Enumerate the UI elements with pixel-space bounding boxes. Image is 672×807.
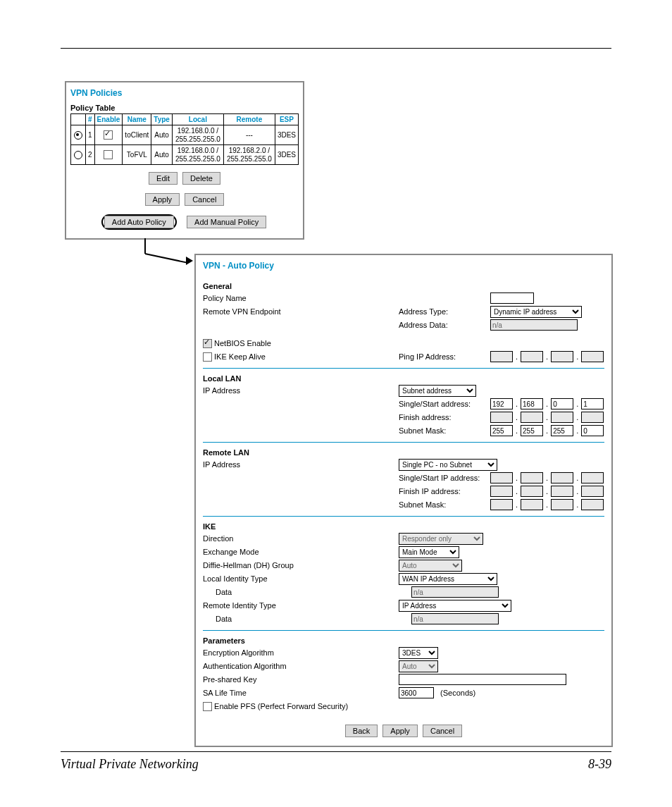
remote-finish-label: Finish IP address: xyxy=(399,487,490,495)
local-id-data-label: Data xyxy=(203,588,411,596)
edit-button[interactable]: Edit xyxy=(149,172,178,185)
col-remote: Remote xyxy=(223,114,275,125)
remote-id-type-label: Remote Identity Type xyxy=(203,601,399,610)
sa-unit: (Seconds) xyxy=(440,689,475,697)
local-mask-3[interactable] xyxy=(551,425,573,436)
remote-ip-label: IP Address xyxy=(203,460,399,469)
footer-left: Virtual Private Networking xyxy=(61,757,199,772)
local-start-1[interactable] xyxy=(490,398,513,409)
local-mask-1[interactable] xyxy=(490,425,513,436)
add-manual-policy-button[interactable]: Add Manual Policy xyxy=(187,216,266,228)
dh-label: Diffie-Hellman (DH) Group xyxy=(203,561,399,569)
auth-label: Authentication Algorithm xyxy=(203,662,399,670)
table-row: 1 toClient Auto 192.168.0.0 / 255.255.25… xyxy=(71,125,299,145)
arrow-icon xyxy=(144,238,146,254)
footer-right: 8-39 xyxy=(588,757,611,772)
local-finish-4 xyxy=(581,412,604,423)
cell-type: Auto xyxy=(151,145,173,165)
cell-name: ToFVL xyxy=(123,145,151,165)
vpn-auto-policy-panel: VPN - Auto Policy General Policy Name Re… xyxy=(194,254,613,747)
cell-esp: 3DES xyxy=(275,145,298,165)
psk-input[interactable] xyxy=(399,674,566,685)
remote-start-4 xyxy=(581,472,604,483)
local-finish-3 xyxy=(551,412,573,423)
row-enable-checkbox[interactable] xyxy=(104,130,113,140)
local-start-2[interactable] xyxy=(521,398,543,409)
address-data-input xyxy=(490,319,578,331)
page-rule-bottom xyxy=(61,751,611,752)
section-remote-lan: Remote LAN xyxy=(203,448,604,457)
apply-button[interactable]: Apply xyxy=(382,725,418,737)
add-auto-policy-button[interactable]: Add Auto Policy xyxy=(104,216,174,228)
netbios-checkbox[interactable] xyxy=(203,339,212,348)
cell-esp: 3DES xyxy=(275,125,298,145)
col-esp: ESP xyxy=(275,114,298,125)
sa-label: SA Life Time xyxy=(203,689,399,697)
row-select-radio[interactable] xyxy=(74,131,82,140)
arrow-icon xyxy=(186,257,193,265)
ike-keepalive-label: IKE Keep Alive xyxy=(214,352,266,361)
remote-start-1 xyxy=(490,472,513,483)
local-mask-label: Subnet Mask: xyxy=(399,426,490,435)
ike-keepalive-checkbox[interactable] xyxy=(203,352,212,362)
remote-finish-4 xyxy=(581,486,604,497)
ping-ip-label: Ping IP Address: xyxy=(399,352,490,361)
panel-title: VPN Policies xyxy=(70,87,299,104)
cancel-button[interactable]: Cancel xyxy=(185,193,224,206)
remote-finish-3 xyxy=(551,486,573,497)
sa-input[interactable] xyxy=(399,687,434,698)
row-select-radio[interactable] xyxy=(74,151,82,159)
pfs-label: Enable PFS (Perfect Forward Security) xyxy=(214,702,348,710)
back-button[interactable]: Back xyxy=(345,725,378,737)
local-start-label: Single/Start address: xyxy=(399,400,490,408)
apply-button[interactable]: Apply xyxy=(145,193,180,206)
section-general: General xyxy=(203,282,604,290)
section-parameters: Parameters xyxy=(203,636,604,645)
direction-select: Responder only xyxy=(399,533,483,545)
cell-local: 192.168.0.0 / 255.255.255.0 xyxy=(172,125,223,145)
page-rule-top xyxy=(61,48,611,49)
remote-start-label: Single/Start IP address: xyxy=(399,474,490,482)
delete-button[interactable]: Delete xyxy=(182,172,220,185)
local-start-4[interactable] xyxy=(581,398,604,409)
cell-name: toClient xyxy=(123,125,151,145)
cell-num: 1 xyxy=(86,125,95,145)
remote-id-data-label: Data xyxy=(203,615,411,623)
col-local: Local xyxy=(172,114,223,125)
local-id-type-select[interactable]: WAN IP Address xyxy=(399,573,497,585)
add-auto-highlight: Add Auto Policy xyxy=(101,214,177,230)
exchange-label: Exchange Mode xyxy=(203,548,399,556)
address-type-select[interactable]: Dynamic IP address xyxy=(490,306,582,318)
policy-name-input[interactable] xyxy=(490,292,534,304)
remote-id-data-input xyxy=(411,613,499,624)
local-finish-1 xyxy=(490,412,513,423)
cancel-button[interactable]: Cancel xyxy=(423,725,462,737)
local-ip-mode-select[interactable]: Subnet address xyxy=(399,385,476,397)
row-enable-checkbox[interactable] xyxy=(104,150,113,159)
remote-finish-2 xyxy=(521,486,543,497)
policy-table-label: Policy Table xyxy=(70,104,299,113)
remote-mask-4 xyxy=(581,499,604,510)
pfs-checkbox[interactable] xyxy=(203,702,212,711)
psk-label: Pre-shared Key xyxy=(203,675,399,684)
local-id-type-label: Local Identity Type xyxy=(203,574,399,583)
local-start-3[interactable] xyxy=(551,398,573,409)
remote-mask-3 xyxy=(551,499,573,510)
local-mask-2[interactable] xyxy=(521,425,543,436)
local-ip-label: IP Address xyxy=(203,386,399,395)
ping-ip-4 xyxy=(581,351,604,362)
enc-label: Encryption Algorithm xyxy=(203,648,399,657)
local-mask-4[interactable] xyxy=(581,425,604,436)
ping-ip-2 xyxy=(521,351,543,362)
arrow-icon xyxy=(145,253,188,264)
enc-select[interactable]: 3DES xyxy=(399,647,438,659)
remote-ip-mode-select[interactable]: Single PC - no Subnet xyxy=(399,459,497,471)
section-local-lan: Local LAN xyxy=(203,374,604,383)
local-finish-label: Finish address: xyxy=(399,413,490,421)
col-type: Type xyxy=(151,114,173,125)
panel-title: VPN - Auto Policy xyxy=(203,259,604,276)
exchange-select[interactable]: Main Mode xyxy=(399,546,459,558)
remote-id-type-select[interactable]: IP Address xyxy=(399,600,511,612)
policy-table: # Enable Name Type Local Remote ESP 1 to… xyxy=(70,113,299,165)
col-enable: Enable xyxy=(94,114,123,125)
